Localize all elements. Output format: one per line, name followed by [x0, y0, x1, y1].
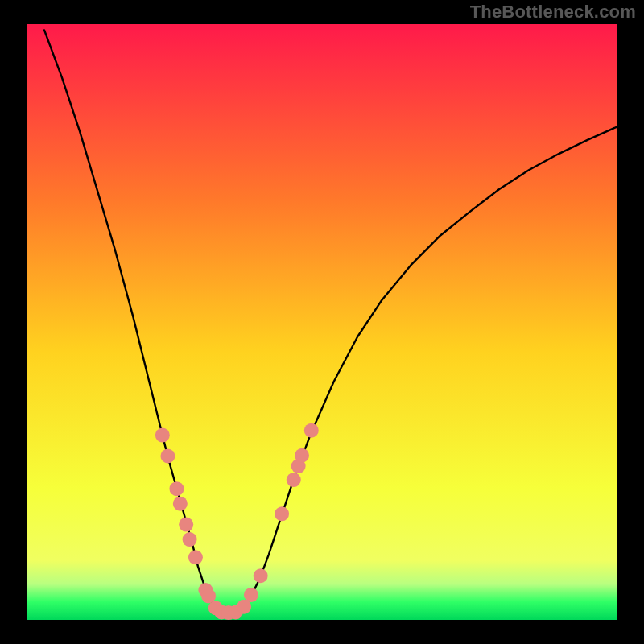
data-marker: [244, 588, 258, 602]
plot-background: [27, 24, 617, 620]
data-marker: [275, 506, 289, 521]
data-marker: [169, 481, 184, 496]
data-marker: [155, 428, 170, 443]
chart-frame: { "watermark": "TheBottleneck.com", "col…: [0, 0, 644, 644]
data-marker: [304, 423, 319, 438]
watermark-text: TheBottleneck.com: [470, 2, 636, 23]
data-marker: [179, 518, 193, 532]
data-marker: [173, 497, 188, 511]
data-marker: [287, 473, 301, 487]
data-marker: [295, 448, 309, 463]
data-marker: [188, 550, 203, 564]
data-marker: [183, 532, 197, 547]
data-marker: [254, 568, 268, 583]
bottleneck-chart: [0, 0, 644, 644]
data-marker: [160, 449, 175, 464]
